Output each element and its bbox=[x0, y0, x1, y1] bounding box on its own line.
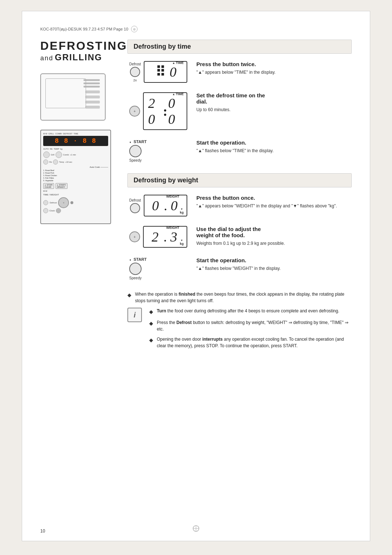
dial-2b[interactable] bbox=[129, 231, 140, 242]
notes-bullets: ◆ Turn the food over during defrosting a… bbox=[149, 308, 352, 353]
speedy-button-2c[interactable] bbox=[129, 263, 142, 275]
note2-text: Turn the food over during defrosting aft… bbox=[157, 308, 352, 316]
section1-heading: Defrosting by time bbox=[127, 40, 352, 54]
mw-display-top bbox=[83, 79, 100, 88]
display-2-2b: 2 bbox=[152, 229, 160, 245]
header-text: KOC-870T(øµ)-DESUK 99.7.23 4:57 PM Page … bbox=[40, 27, 128, 31]
speedy-label-1c: Speedy bbox=[129, 158, 142, 162]
time-label-1b: ▲TIME bbox=[172, 92, 184, 96]
note1-text: When the operation is finished the oven … bbox=[135, 291, 352, 304]
note1-bullet: ◆ bbox=[127, 291, 131, 304]
step2c-detail: "▲" flashes below "WEIGHT" in the displa… bbox=[196, 265, 352, 272]
display-box-2a: WEIGHT 0 . 0 ▼ kg bbox=[144, 195, 187, 216]
display-0-2a: 0 bbox=[152, 198, 160, 214]
weight-label-2b: WEIGHT bbox=[166, 226, 179, 230]
display-20: 2 0 bbox=[148, 95, 162, 127]
microwave-sketch-detail: M·W GRILL COMBI DEFROST TIME 8 8 · 8 8 A… bbox=[40, 130, 111, 224]
note3-text: Press the Defrost button to switch: defr… bbox=[157, 319, 352, 332]
step2b-detail: Weights from 0.1 kg up to 2.9 kg are pos… bbox=[196, 240, 352, 247]
step2a-detail: "▲" appears below "WEIGHT" in the displa… bbox=[196, 203, 352, 209]
display-3-2b: 3 bbox=[170, 229, 179, 245]
title-and: and bbox=[40, 54, 53, 62]
note3: ◆ Press the Defrost button to switch: de… bbox=[149, 319, 352, 332]
defrost-label-2a: Defrost bbox=[129, 198, 141, 202]
info-icon: i bbox=[127, 308, 142, 322]
notes-section: ◆ When the operation is finished the ove… bbox=[127, 291, 352, 353]
section-defrosting-by-weight: Defrosting by weight Defrost WEIGHT 0 bbox=[127, 173, 352, 280]
step2a-text: Press the button once. "▲" appears below… bbox=[196, 195, 352, 209]
notes-with-icon: i ◆ Turn the food over during defrosting… bbox=[127, 308, 352, 353]
weight-label-2a: WEIGHT bbox=[166, 195, 179, 198]
right-panel: Defrosting by time Defrost 2x bbox=[127, 40, 352, 356]
display-00-1b: 0 0 bbox=[168, 95, 182, 127]
note3-bullet: ◆ bbox=[149, 320, 153, 332]
title-grilling: GRILLING bbox=[55, 52, 102, 62]
section-defrosting-by-time: Defrosting by time Defrost 2x bbox=[127, 40, 352, 162]
step1a-title: Press the button twice. bbox=[196, 61, 352, 67]
step1b-detail: Up to 60 minutes. bbox=[196, 106, 352, 113]
display-box-2b: WEIGHT 2 . 3 ▼ kg bbox=[143, 226, 187, 248]
step1c: ⬧ START Speedy Start the operation. "▲" … bbox=[127, 139, 352, 162]
note4-bullet: ◆ bbox=[149, 336, 153, 349]
note2: ◆ Turn the food over during defrosting a… bbox=[149, 308, 352, 316]
time-label-1a: ▲TIME bbox=[172, 61, 184, 65]
step1c-detail: "▲" flashes below "TIME" in the display. bbox=[196, 147, 352, 154]
step2c: ⬧ START Speedy Start the operation. "▲" … bbox=[127, 257, 352, 280]
step2c-title: Start the operation. bbox=[196, 257, 352, 263]
start-label-2c: START bbox=[134, 257, 147, 262]
step2a: Defrost WEIGHT 0 . 0 ▼ kg bbox=[127, 195, 352, 218]
kg-label-2b: ▼ kg bbox=[180, 239, 184, 246]
step1b-diagram: ▲TIME 2 0 : 0 0 bbox=[127, 92, 189, 131]
display-point-2b: . bbox=[160, 229, 171, 245]
display-box-1b: ▲TIME 2 0 : 0 0 bbox=[143, 92, 187, 130]
step1c-title: Start the operation. bbox=[196, 139, 352, 146]
defrost-button-2a[interactable] bbox=[130, 203, 140, 213]
defrost-label-1a: Defrost bbox=[129, 62, 141, 66]
display-box-1a: ▲TIME ⠿ 0 bbox=[144, 61, 187, 83]
step1a-text: Press the button twice. "▲" appears belo… bbox=[196, 61, 352, 76]
start-icon-2c: ⬧ bbox=[129, 258, 131, 262]
step2b: WEIGHT 2 . 3 ▼ kg bbox=[127, 226, 352, 249]
start-label-1c: START bbox=[134, 139, 147, 144]
step2c-text: Start the operation. "▲" flashes below "… bbox=[196, 257, 352, 272]
step1c-text: Start the operation. "▲" flashes below "… bbox=[196, 139, 352, 154]
start-icon-1c: ⬧ bbox=[129, 140, 131, 144]
left-panel: DEFROSTING andGRILLING bbox=[40, 40, 117, 356]
section2-heading: Defrosting by weight bbox=[127, 173, 352, 187]
display-dots-1a: ⠿ bbox=[155, 64, 166, 80]
speedy-label-2c: Speedy bbox=[129, 276, 142, 280]
step2b-diagram: WEIGHT 2 . 3 ▼ kg bbox=[127, 226, 189, 249]
mw-buttons-right bbox=[85, 90, 100, 109]
display-zero-1a: 0 bbox=[166, 64, 177, 80]
step2c-diagram: ⬧ START Speedy bbox=[127, 257, 189, 280]
title-and-grilling: andGRILLING bbox=[40, 52, 117, 62]
step2b-text: Use the dial to adjust theweight of the … bbox=[196, 226, 352, 247]
dial-1b[interactable] bbox=[129, 106, 140, 117]
2x-label: 2x bbox=[133, 78, 137, 82]
display-0b-2a: 0 bbox=[171, 198, 179, 214]
defrost-button-1a[interactable] bbox=[130, 67, 140, 77]
note2-bullet: ◆ bbox=[149, 308, 153, 316]
title-defrosting: DEFROSTING bbox=[40, 40, 117, 52]
step1b: ▲TIME 2 0 : 0 0 Set the defrost time on … bbox=[127, 92, 352, 131]
microwave-sketch-top bbox=[40, 73, 106, 121]
page-number: 10 bbox=[40, 528, 45, 534]
registration-mark: ⊕ bbox=[131, 26, 138, 32]
step1b-title: Set the defrost time on thedial. bbox=[196, 92, 352, 105]
display-colon-1b: : bbox=[162, 103, 168, 119]
kg-label-2a: ▼ kg bbox=[180, 208, 184, 214]
bottom-registration-mark bbox=[192, 525, 200, 534]
page-title: DEFROSTING andGRILLING bbox=[40, 40, 117, 62]
step1a: Defrost 2x ▲TIME ⠿ 0 bbox=[127, 61, 352, 84]
note4: ◆ Opening the oven door interrupts any o… bbox=[149, 336, 352, 349]
display-point-2a: . bbox=[160, 198, 171, 214]
step2a-diagram: Defrost WEIGHT 0 . 0 ▼ kg bbox=[127, 195, 189, 218]
speedy-button-1c[interactable] bbox=[129, 145, 142, 157]
step1a-diagram: Defrost 2x ▲TIME ⠿ 0 bbox=[127, 61, 189, 84]
note1: ◆ When the operation is finished the ove… bbox=[127, 291, 352, 304]
step1a-detail: "▲" appears below "TIME" in the display. bbox=[196, 69, 352, 76]
step2a-title: Press the button once. bbox=[196, 195, 352, 201]
page-header: KOC-870T(øµ)-DESUK 99.7.23 4:57 PM Page … bbox=[40, 26, 352, 32]
step1b-text: Set the defrost time on thedial. Up to 6… bbox=[196, 92, 352, 113]
step1c-diagram: ⬧ START Speedy bbox=[127, 139, 189, 162]
